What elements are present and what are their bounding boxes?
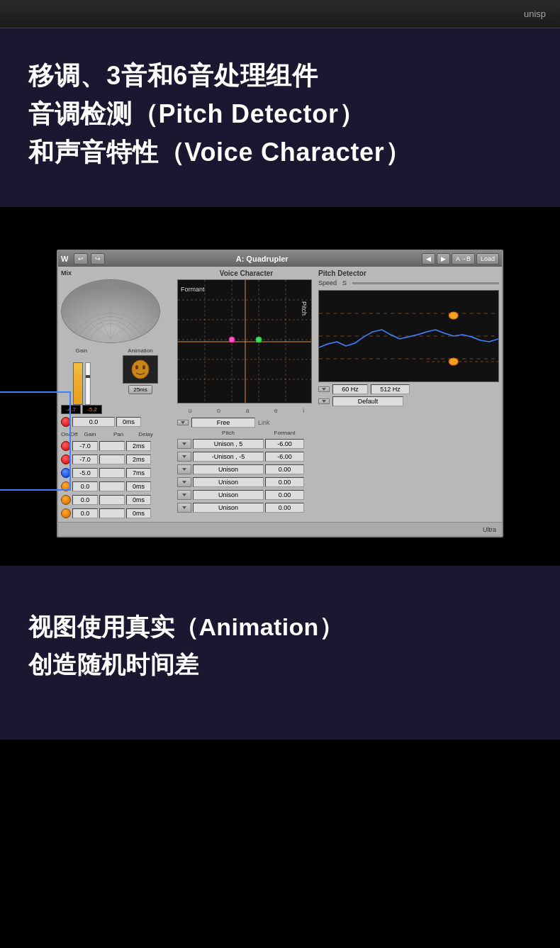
row-onoff-3[interactable] <box>61 468 71 478</box>
nav-fwd-button[interactable]: ▶ <box>437 253 450 264</box>
row-pan-1[interactable] <box>99 441 125 451</box>
undo-button[interactable]: ↩ <box>74 253 88 264</box>
mix-svg <box>62 280 159 342</box>
animation-label: Animation <box>128 347 153 354</box>
dropdown-arrow-icon <box>322 400 326 403</box>
row-pan-6[interactable] <box>99 508 125 518</box>
svg-point-23 <box>229 337 235 342</box>
dropdown-arrow-icon <box>182 468 186 471</box>
pf-dropdown-1[interactable] <box>177 439 191 449</box>
fader-track-orange[interactable] <box>73 362 83 405</box>
vowel-u: u <box>189 407 192 414</box>
vowel-a: a <box>245 407 249 414</box>
voice-char-display: Formant Pitch <box>177 279 312 403</box>
pf-pitch-3[interactable]: Unison <box>193 464 264 474</box>
master-gain-input[interactable] <box>72 417 115 427</box>
row-pan-3[interactable] <box>99 468 125 478</box>
pf-pitch-5[interactable]: Unison <box>193 490 264 500</box>
link-label: Link <box>258 419 270 426</box>
pf-pitch-1[interactable]: Unison , 5 <box>193 439 264 449</box>
pf-dropdown-5[interactable] <box>177 490 191 500</box>
voice-char-svg: Formant Pitch <box>178 280 312 403</box>
freq2-input[interactable]: 512 Hz <box>371 384 410 394</box>
row-delay-3[interactable] <box>126 468 151 478</box>
redo-button[interactable]: ↪ <box>91 253 105 264</box>
row-delay-1[interactable] <box>126 441 151 451</box>
pf-dropdown-4[interactable] <box>177 477 191 487</box>
dropdown-arrow-icon <box>182 493 186 496</box>
th-onoff: On/Off <box>61 431 75 437</box>
animation-ms-button[interactable]: 25ms <box>128 385 152 394</box>
vc-dropdown-button[interactable] <box>177 420 189 425</box>
pitch-detector-svg <box>319 291 498 382</box>
pitch-detector-title: Pitch Detector <box>318 269 366 277</box>
row-pan-5[interactable] <box>99 495 125 505</box>
row-delay-4[interactable] <box>126 481 151 491</box>
row-onoff-4[interactable] <box>61 481 71 491</box>
master-onoff-button[interactable] <box>61 417 71 427</box>
pf-pitch-2[interactable]: -Unison , -5 <box>193 452 264 462</box>
bottom-line1: 视图使用真实（Animation） <box>28 608 532 646</box>
gain-animation-row: Gain -4.7 <box>61 347 174 414</box>
pf-pitch-6[interactable]: Unison <box>193 503 264 513</box>
pf-form-6[interactable]: 0.00 <box>265 503 304 513</box>
pf-form-4[interactable]: 0.00 <box>265 477 304 487</box>
table-header: On/Off Gain Pan Delay <box>61 431 174 437</box>
nav-buttons: ◀ ▶ A→B Load <box>422 253 499 264</box>
load-button[interactable]: Load <box>476 253 499 264</box>
gain-value-2: -5.2 <box>82 405 102 414</box>
th-pan: Pan <box>105 431 132 437</box>
row-gain-4[interactable] <box>72 481 98 491</box>
nav-back-button[interactable]: ◀ <box>422 253 435 264</box>
pf-header: Pitch Formant <box>177 430 315 436</box>
gain-value-1: -4.7 <box>61 405 81 414</box>
svg-point-24 <box>256 337 262 342</box>
row-gain-2[interactable] <box>72 455 98 464</box>
pf-row: Unison 0.00 <box>177 477 315 487</box>
row-pan-4[interactable] <box>99 481 125 491</box>
row-delay-6[interactable] <box>126 508 151 518</box>
row-gain-6[interactable] <box>72 508 98 518</box>
top-bar: unisp <box>0 0 560 28</box>
plugin-wrapper: W ↩ ↪ A: Quadrupler ◀ ▶ A→B Load Mix <box>57 250 503 537</box>
row-delay-2[interactable] <box>126 455 151 464</box>
table-row <box>61 481 174 491</box>
row-onoff-1[interactable] <box>61 441 71 451</box>
row-gain-5[interactable] <box>72 495 98 505</box>
vowel-i: i <box>303 407 304 414</box>
mix-display <box>61 279 160 343</box>
plugin-title: A: Quadrupler <box>108 255 416 263</box>
hero-section: 移调、3音和6音处理组件 音调检测（Pitch Detector） 和声音特性（… <box>0 28 560 207</box>
pf-row: Unison 0.00 <box>177 503 315 513</box>
row-onoff-5[interactable] <box>61 495 71 505</box>
a-to-b-button[interactable]: A→B <box>452 253 475 264</box>
row-gain-3[interactable] <box>72 468 98 478</box>
svg-point-8 <box>142 365 145 369</box>
row-delay-5[interactable] <box>126 495 151 505</box>
default-input[interactable]: Default <box>332 396 403 406</box>
th-gain: Gain <box>77 431 103 437</box>
speed-slider[interactable] <box>352 282 499 284</box>
row-pan-2[interactable] <box>99 455 125 464</box>
pf-form-1[interactable]: -6.00 <box>265 439 304 449</box>
pf-dropdown-6[interactable] <box>177 503 191 513</box>
row-gain-1[interactable] <box>72 441 98 451</box>
freq1-input[interactable]: 60 Hz <box>332 384 368 394</box>
pd-freq-dropdown-1[interactable] <box>318 386 330 392</box>
pf-row: Unison 0.00 <box>177 490 315 500</box>
dropdown-arrow-icon <box>181 421 185 424</box>
pf-form-5[interactable]: 0.00 <box>265 490 304 500</box>
pf-form-3[interactable]: 0.00 <box>265 464 304 474</box>
pd-default-dropdown[interactable] <box>318 398 330 404</box>
row-onoff-2[interactable] <box>61 455 71 464</box>
free-input[interactable]: Free <box>191 418 255 428</box>
master-delay-input[interactable] <box>116 417 141 427</box>
dropdown-arrow-icon <box>182 506 186 509</box>
fader-white[interactable] <box>85 362 91 405</box>
row-onoff-6[interactable] <box>61 508 71 518</box>
right-panel: Pitch Detector Speed S <box>318 269 499 519</box>
pf-dropdown-2[interactable] <box>177 452 191 462</box>
pf-form-2[interactable]: -6.00 <box>265 452 304 462</box>
pf-dropdown-3[interactable] <box>177 464 191 474</box>
pf-pitch-4[interactable]: Unison <box>193 477 264 487</box>
